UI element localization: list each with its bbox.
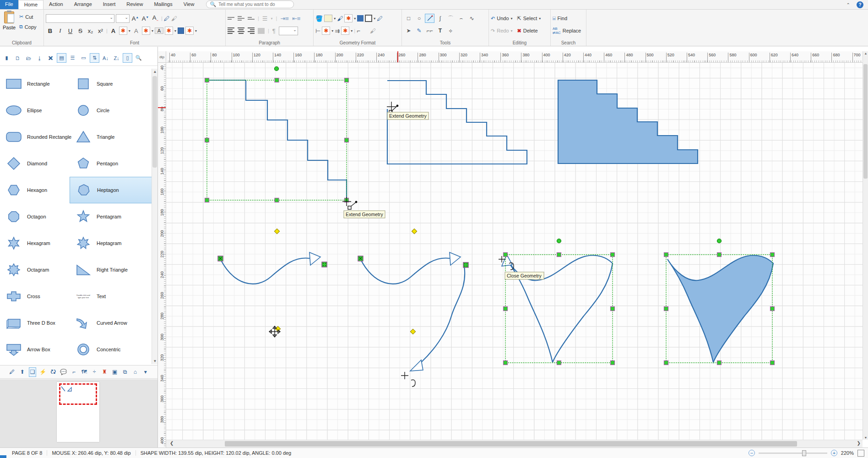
- endpoint-handle[interactable]: [463, 262, 468, 267]
- arc-tool[interactable]: ⌒: [446, 14, 456, 23]
- tell-me-search[interactable]: 🔍: [206, 0, 294, 8]
- selection-handle[interactable]: [611, 253, 615, 257]
- connector-tool[interactable]: ⌐⌐: [425, 26, 434, 35]
- collapse-ribbon-icon[interactable]: ⌃: [846, 2, 850, 7]
- shape-item-diamond[interactable]: Diamond: [0, 150, 76, 177]
- scroll-down-icon[interactable]: ▼: [152, 358, 158, 364]
- selection-handle[interactable]: [504, 307, 508, 311]
- begin-arrowhead-icon[interactable]: ⊢: [315, 27, 320, 34]
- wave-curve-1[interactable]: [220, 258, 309, 284]
- selection-handle[interactable]: [557, 253, 561, 257]
- scroll-down-icon[interactable]: ▼: [863, 436, 868, 439]
- import-icon[interactable]: ⭳: [35, 53, 44, 63]
- curved-outline-closed-filled[interactable]: [667, 255, 773, 362]
- align-bottom-icon[interactable]: [248, 16, 255, 21]
- scroll-left-icon[interactable]: ❮: [170, 441, 174, 446]
- shape-item-hexagram[interactable]: Hexagram: [0, 230, 76, 256]
- shape-item-circle[interactable]: Circle: [70, 97, 146, 124]
- curve-tool[interactable]: ⌢: [456, 14, 466, 23]
- font-color-dropdown[interactable]: ▾: [129, 29, 130, 33]
- selection-handle[interactable]: [717, 361, 722, 365]
- shapes-panel-icon[interactable]: ❏: [29, 367, 36, 377]
- polyline-tool[interactable]: ∫: [435, 14, 445, 23]
- selection-handle[interactable]: [205, 138, 209, 142]
- thumbnail-view-icon[interactable]: ▭: [79, 53, 88, 63]
- shape-item-cross[interactable]: Cross: [0, 283, 76, 310]
- shape-item-three-d-box[interactable]: Three D Box: [0, 310, 76, 336]
- stroke-dropdown[interactable]: ▾: [354, 16, 356, 21]
- zoom-slider[interactable]: [759, 453, 827, 454]
- staircase-open-selected[interactable]: [207, 80, 347, 200]
- text-fill-icon[interactable]: [178, 27, 184, 34]
- highlight-dropdown[interactable]: ▾: [174, 29, 176, 33]
- shape-item-pentagon[interactable]: Pentagon: [70, 150, 146, 177]
- pencil-tool[interactable]: ✎: [414, 26, 424, 35]
- selection-handle[interactable]: [611, 307, 615, 311]
- scrollbar-thumb[interactable]: [152, 76, 157, 168]
- details-view-icon[interactable]: ▤: [57, 53, 66, 63]
- curved-outline-open[interactable]: [507, 255, 613, 362]
- shape-item-rounded-rectangle[interactable]: Rounded Rectangle: [0, 124, 76, 150]
- shape-list-scrollbar[interactable]: ▲ ▼: [152, 69, 157, 364]
- staircase-open-extending[interactable]: [387, 81, 527, 164]
- shape-item-hexagon[interactable]: Hexagon: [0, 177, 76, 203]
- text-outline-gear-icon[interactable]: ✱: [142, 27, 150, 35]
- freehand-tool[interactable]: ∿: [467, 14, 477, 23]
- shadow-icon[interactable]: [357, 15, 363, 22]
- more-icon[interactable]: ▾: [142, 367, 149, 377]
- line-tool[interactable]: [425, 14, 434, 23]
- wave-2-arrowhead[interactable]: [450, 252, 461, 265]
- shape-item-concentric[interactable]: Concentric: [70, 336, 146, 363]
- scroll-right-icon[interactable]: ❯: [857, 441, 861, 446]
- scroll-up-icon[interactable]: ▲: [863, 52, 868, 55]
- selection-handle[interactable]: [664, 307, 668, 311]
- selection-handle[interactable]: [664, 361, 668, 365]
- selection-handle[interactable]: [664, 253, 668, 257]
- stroke-brush-icon[interactable]: 🖌: [337, 15, 343, 22]
- tab-view[interactable]: View: [178, 0, 200, 9]
- file-menu-button[interactable]: File: [0, 0, 18, 9]
- text-fill-gear-icon[interactable]: ✱: [185, 27, 194, 35]
- shape-item-heptagon[interactable]: Heptagon: [70, 177, 152, 203]
- canvas-vertical-scrollbar[interactable]: ▲ ▼: [863, 51, 868, 440]
- paragraph-style-combobox[interactable]: [279, 27, 298, 35]
- align-right-icon[interactable]: [248, 27, 255, 35]
- wave-1-arrowhead[interactable]: [309, 252, 320, 265]
- corner-rounding-icon[interactable]: ⌐: [357, 27, 360, 34]
- home-icon[interactable]: ⌂: [131, 367, 139, 377]
- new-page-icon[interactable]: 🗋: [13, 53, 22, 63]
- shadow-style-icon[interactable]: [365, 15, 372, 22]
- align-top-icon[interactable]: [228, 16, 234, 21]
- selection-handle[interactable]: [205, 198, 209, 202]
- font-family-combobox[interactable]: [46, 14, 114, 23]
- sort-asc-icon[interactable]: A↓: [101, 53, 110, 63]
- align-center-icon[interactable]: [238, 27, 244, 35]
- wave-curve-2[interactable]: [360, 258, 450, 284]
- search-shapes-icon[interactable]: 🔍: [134, 53, 143, 63]
- selection-handle[interactable]: [345, 138, 349, 142]
- shape-item-curved-arrow[interactable]: Curved Arrow: [70, 310, 146, 336]
- endpoint-handle[interactable]: [322, 262, 327, 267]
- shape-item-right-triangle[interactable]: Right Triangle: [70, 256, 146, 283]
- zoom-out-button[interactable]: −: [749, 450, 755, 456]
- italic-button[interactable]: I: [56, 27, 65, 34]
- redo-button[interactable]: ↷Redo▾: [491, 28, 513, 34]
- increase-indent-icon[interactable]: ⇥≡: [280, 15, 288, 22]
- shape-item-pentagram[interactable]: Pentagram: [70, 203, 146, 230]
- selection-handle[interactable]: [770, 253, 775, 257]
- tab-arrange[interactable]: Arrange: [69, 0, 98, 9]
- grow-font-button[interactable]: A▲: [131, 15, 140, 22]
- pilcrow-icon[interactable]: ¶: [272, 27, 276, 34]
- zoom-in-button[interactable]: +: [831, 450, 837, 456]
- staircase-closed-filled[interactable]: [558, 80, 698, 164]
- selection-handle[interactable]: [557, 361, 561, 365]
- connector-icon[interactable]: ⌐: [70, 367, 77, 377]
- shrink-font-button[interactable]: A▼: [141, 15, 150, 22]
- book-view-icon[interactable]: ▯: [123, 53, 132, 63]
- help-icon[interactable]: ?: [857, 1, 863, 8]
- page-thumbnail[interactable]: [57, 382, 99, 442]
- font-color-icon[interactable]: A: [109, 27, 118, 34]
- selection-handle[interactable]: [770, 361, 775, 365]
- tab-mailings[interactable]: Mailings: [148, 0, 178, 9]
- fill-color-dropdown[interactable]: ▾: [334, 16, 336, 21]
